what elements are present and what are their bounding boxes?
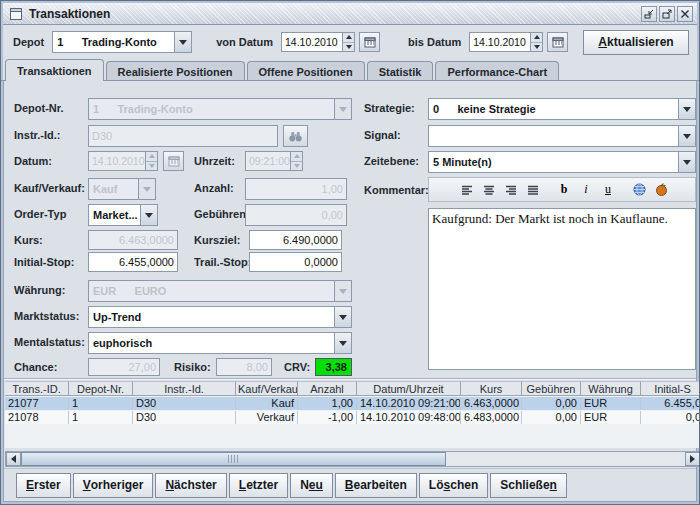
- aktualisieren-button[interactable]: Aktualisieren: [583, 30, 689, 55]
- bearbeiten-button[interactable]: Bearbeiten: [335, 473, 417, 498]
- chevron-down-icon[interactable]: [334, 333, 351, 353]
- mentalstatus-select[interactable]: euphorisch: [88, 332, 352, 354]
- table-cell[interactable]: D30: [133, 411, 236, 424]
- fruit-icon: [655, 183, 668, 196]
- erster-button[interactable]: Erster: [16, 473, 71, 498]
- depot-select[interactable]: 1 Trading-Konto: [52, 31, 192, 53]
- table-cell[interactable]: -1,00: [298, 411, 357, 424]
- title-bar[interactable]: Transaktionen: [3, 3, 697, 25]
- table-cell[interactable]: 0,0: [641, 411, 700, 424]
- chevron-down-icon[interactable]: [334, 307, 351, 327]
- chevron-down-icon[interactable]: [140, 205, 157, 225]
- align-justify-button[interactable]: [523, 181, 543, 198]
- table-cell[interactable]: 6.455,0: [641, 397, 700, 410]
- tab-realisierte-positionen[interactable]: Realisierte Positionen: [106, 61, 245, 81]
- von-datum-calendar-button[interactable]: [359, 32, 380, 52]
- von-datum-input[interactable]: 14.10.2010: [281, 32, 343, 52]
- tab-offene-positionen[interactable]: Offene Positionen: [247, 61, 365, 81]
- instr-id-label: Instr.-Id.:: [14, 129, 60, 141]
- trail-stop-input[interactable]: 0,0000: [249, 252, 342, 272]
- tab-performance-chart[interactable]: Performance-Chart: [435, 61, 559, 81]
- fruit-button[interactable]: [651, 181, 671, 198]
- table-cell[interactable]: Verkauf: [236, 411, 298, 424]
- table-cell[interactable]: 14.10.2010 09:48:00: [357, 411, 461, 424]
- scrollbar-thumb[interactable]: [21, 452, 446, 466]
- table-cell[interactable]: 1,00: [298, 397, 357, 410]
- vorheriger-button[interactable]: Vorheriger: [73, 473, 154, 498]
- scrollbar-track[interactable]: [446, 452, 685, 466]
- neu-button[interactable]: Neu: [290, 473, 333, 498]
- align-left-button[interactable]: [457, 181, 477, 198]
- align-right-icon: [505, 185, 517, 195]
- maximize-button[interactable]: [659, 6, 675, 22]
- von-datum-group: 14.10.2010: [281, 32, 380, 52]
- chevron-down-icon: [138, 179, 155, 199]
- zeitebene-select[interactable]: 5 Minute(n): [428, 151, 696, 173]
- column-header[interactable]: Anzahl: [298, 381, 357, 396]
- tab-statistik[interactable]: Statistik: [367, 61, 434, 81]
- marktstatus-select[interactable]: Up-Trend: [88, 306, 352, 328]
- bis-datum-input[interactable]: 14.10.2010: [469, 32, 531, 52]
- table-horizontal-scrollbar[interactable]: [5, 451, 700, 467]
- table-cell[interactable]: EUR: [581, 397, 641, 410]
- scroll-right-button[interactable]: [685, 452, 700, 466]
- table-cell[interactable]: EUR: [581, 411, 641, 424]
- bis-datum-spinner[interactable]: [531, 32, 543, 52]
- table-cell[interactable]: 14.10.2010 09:21:00: [357, 397, 461, 410]
- column-header[interactable]: Trans.-ID.: [5, 381, 69, 396]
- italic-button[interactable]: i: [576, 181, 596, 198]
- table-cell[interactable]: 6.463,0000: [461, 397, 522, 410]
- column-header[interactable]: Gebühren: [522, 381, 581, 396]
- column-header[interactable]: Kauf/Verkauf: [236, 381, 298, 396]
- signal-label: Signal:: [364, 129, 401, 141]
- instrument-search-button[interactable]: [283, 125, 308, 147]
- table-cell[interactable]: 1: [69, 411, 133, 424]
- table-cell[interactable]: 0,00: [522, 411, 581, 424]
- table-cell[interactable]: 1: [69, 397, 133, 410]
- initial-stop-input[interactable]: 6.455,0000: [88, 252, 178, 272]
- kommentar-textarea[interactable]: Kaufgrund: Der Markt ist noch in Kauflau…: [428, 208, 696, 370]
- top-toolbar: Depot 1 Trading-Konto von Datum 14.10.20…: [1, 25, 699, 59]
- table-cell[interactable]: D30: [133, 397, 236, 410]
- order-typ-select[interactable]: Market...: [88, 204, 158, 226]
- column-header[interactable]: Depot-Nr.: [69, 381, 133, 396]
- chevron-down-icon[interactable]: [678, 126, 695, 146]
- bis-datum-calendar-button[interactable]: [547, 32, 568, 52]
- calendar-icon: [168, 155, 180, 167]
- tab-transaktionen[interactable]: Transaktionen: [5, 59, 104, 81]
- table-cell[interactable]: 21077: [5, 397, 69, 410]
- table-cell[interactable]: 0,00: [522, 397, 581, 410]
- table-cell[interactable]: 21078: [5, 411, 69, 424]
- align-right-button[interactable]: [501, 181, 521, 198]
- kursziel-input[interactable]: 6.490,0000: [249, 230, 342, 250]
- column-header[interactable]: Währung: [581, 381, 641, 396]
- schliessen-button[interactable]: Schließen: [490, 473, 567, 498]
- column-header[interactable]: Datum/Uhrzeit: [357, 381, 461, 396]
- column-header[interactable]: Kurs: [461, 381, 522, 396]
- strategie-select[interactable]: 0 keine Strategie: [428, 98, 696, 120]
- scroll-left-button[interactable]: [6, 452, 21, 466]
- table-cell[interactable]: Kauf: [236, 397, 298, 410]
- underline-button[interactable]: u: [598, 181, 618, 198]
- tab-content-transaktionen: Depot-Nr. 1 Trading-Konto Instr.-Id.: D3…: [3, 81, 697, 502]
- signal-select[interactable]: [428, 125, 696, 147]
- align-center-button[interactable]: [479, 181, 499, 198]
- kommentar-label: Kommentar:: [364, 184, 429, 196]
- bold-button[interactable]: b: [554, 181, 574, 198]
- letzter-button[interactable]: Letzter: [229, 473, 288, 498]
- kurs-input: 6.463,0000: [88, 230, 178, 250]
- von-datum-spinner[interactable]: [343, 32, 355, 52]
- hyperlink-globe-button[interactable]: [629, 181, 649, 198]
- chevron-down-icon[interactable]: [678, 152, 695, 172]
- column-header[interactable]: Instr.-Id.: [133, 381, 236, 396]
- iconify-button[interactable]: [641, 6, 657, 22]
- chevron-down-icon[interactable]: [678, 99, 695, 119]
- loeschen-button[interactable]: Löschen: [419, 473, 488, 498]
- column-header[interactable]: Initial-S: [641, 381, 700, 396]
- chevron-down-icon[interactable]: [174, 32, 191, 52]
- naechster-button[interactable]: Nächster: [155, 473, 226, 498]
- transactions-table: Trans.-ID. Depot-Nr. Instr.-Id. Kauf/Ver…: [5, 381, 700, 448]
- table-cell[interactable]: 6.483,0000: [461, 411, 522, 424]
- close-button[interactable]: [677, 6, 693, 22]
- depot-nr-value: 1 Trading-Konto: [89, 99, 334, 119]
